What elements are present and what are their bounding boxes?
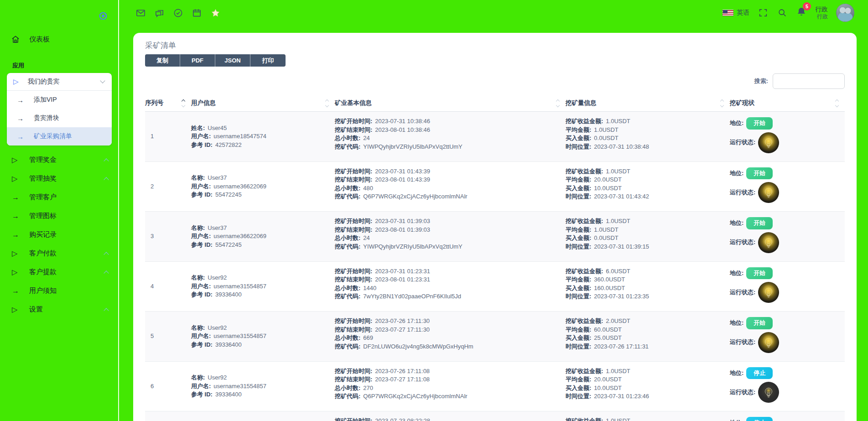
mining-status-cell: 地位:开始运行状态:	[730, 267, 845, 306]
check-circle-icon[interactable]	[172, 7, 183, 18]
star-icon[interactable]	[210, 7, 221, 18]
status-label: 地位:	[730, 119, 743, 128]
chevron-up-icon	[104, 158, 109, 163]
detail-line: 总小时数:480	[335, 184, 566, 193]
item-label: 客户提款	[29, 268, 57, 276]
avatar[interactable]	[836, 4, 854, 22]
username-value: username36622069	[213, 233, 266, 239]
time-position-value: 2023-07-26 17:11:31	[594, 343, 649, 350]
mining-code-value: YIWPQyhjbrVZRIyU5lbAPxVq2ttUmY	[363, 243, 462, 250]
status-label: 地位:	[730, 169, 743, 178]
end-time-value: 2023-07-27 17:11:30	[375, 326, 430, 333]
name-value: User92	[208, 374, 227, 381]
arrow-right-icon: →	[17, 114, 24, 122]
status-label: 地位:	[730, 269, 743, 278]
topbar-shortcut-icons	[135, 7, 221, 18]
calendar-icon[interactable]	[191, 7, 202, 18]
header-serial[interactable]: 序列号	[145, 99, 191, 107]
detail-line: 挖矿代码:Q6P7WRGKq2xCjACz6yHjbcomlmNAlr	[335, 392, 566, 401]
header-mining-amount-info[interactable]: 挖矿量信息	[566, 99, 730, 107]
ref-id-label: 参考 ID:	[191, 391, 213, 398]
name-label: 名称:	[191, 224, 205, 231]
status-badge[interactable]: 停止	[746, 367, 773, 379]
sidebar-group-customer-payments[interactable]: ▷ 客户付款	[0, 244, 118, 263]
user-info: 行政 行政	[815, 5, 828, 21]
detail-line: 总小时数:24	[335, 134, 566, 143]
print-button[interactable]: 打印	[250, 54, 286, 67]
status-badge[interactable]: 开始	[746, 267, 773, 280]
mining-amount-info-cell: 挖矿收益金额:2.0USDT平均金额:60.0USDT买入金额:25.0USDT…	[566, 317, 730, 356]
status-label: 地位:	[730, 219, 743, 228]
detail-line: 挖矿开始时间:2023-07-31 01:23:31	[335, 267, 566, 276]
mining-code-label: 挖矿代码:	[335, 243, 360, 250]
sidebar-group-manage-lottery[interactable]: ▷ 管理抽奖	[0, 169, 118, 188]
ref-id-label: 参考 ID:	[191, 141, 213, 148]
table-row: 4名称:User92用户名:username31554857参考 ID:3933…	[145, 262, 845, 312]
item-label: 贵宾滑块	[34, 114, 59, 122]
json-button[interactable]: JSON	[215, 54, 250, 67]
running-status-label: 运行状态:	[730, 138, 755, 147]
mining-basic-info-cell: 挖矿开始时间:2023-07-26 17:11:08挖矿结束时间:2023-07…	[335, 367, 566, 406]
mining-code-label: 挖矿代码:	[335, 293, 360, 300]
name-label: 名称:	[191, 324, 205, 331]
detail-line: 挖矿收益金额:1.0USDT	[566, 117, 730, 126]
arrow-right-icon: →	[12, 287, 20, 295]
sidebar-item-manage-icons[interactable]: → 管理图标	[0, 207, 118, 225]
item-label: 管理奖金	[29, 156, 57, 164]
sort-icons	[326, 100, 328, 107]
time-position-label: 时间位置:	[566, 143, 591, 150]
notifications-button[interactable]: 5	[796, 6, 807, 19]
sidebar-group-our-vip[interactable]: ▷ 我们的贵宾	[7, 73, 112, 91]
sidebar-item-vip-slider[interactable]: → 贵宾滑块	[7, 109, 112, 127]
start-time-label: 挖矿开始时间:	[335, 317, 372, 324]
time-position-label: 时间位置:	[566, 343, 591, 350]
sidebar-item-dashboard[interactable]: 仪表板	[11, 35, 50, 44]
play-outline-icon: ▷	[12, 156, 20, 164]
status-badge[interactable]: 开始	[746, 117, 773, 130]
sidebar-item-add-vip[interactable]: → 添加VIP	[7, 91, 112, 109]
copy-button[interactable]: 复制	[145, 54, 180, 67]
detail-line: 挖矿代码:Q6P7WRGKq2xCjACz6yHjbcomlmNAlr	[335, 192, 566, 201]
detail-line: 挖矿收益金额:6.0USDT	[566, 267, 730, 276]
average-value: 1.0USDT	[594, 126, 618, 133]
sidebar-item-user-notice[interactable]: → 用户须知	[0, 281, 118, 300]
pdf-button[interactable]: PDF	[180, 54, 215, 67]
search-label: 搜索:	[754, 77, 768, 85]
sidebar-item-manage-customers[interactable]: → 管理客户	[0, 188, 118, 207]
status-badge[interactable]: 开始	[746, 317, 773, 329]
sidebar-group-settings[interactable]: ▷ 设置	[0, 300, 118, 319]
mining-basic-info-cell: 挖矿开始时间:2023-07-31 01:43:39挖矿结束时间:2023-08…	[335, 167, 566, 206]
status-badge[interactable]: 开始	[746, 167, 773, 180]
sidebar-group-customer-withdrawals[interactable]: ▷ 客户提款	[0, 263, 118, 281]
detail-line: 用户名:username36622069	[191, 232, 335, 241]
end-time-value: 2023-08-01 01:43:39	[375, 176, 430, 183]
fullscreen-icon[interactable]	[758, 7, 769, 18]
sidebar-group-manage-bonus[interactable]: ▷ 管理奖金	[0, 151, 118, 169]
detail-line: 平均金额:20.0USDT	[566, 375, 730, 384]
header-user-info[interactable]: 用户信息	[191, 99, 335, 107]
sidebar-item-purchase-records[interactable]: → 购买记录	[0, 225, 118, 244]
income-value: 6.0USDT	[606, 268, 630, 275]
status-badge[interactable]: 停止	[746, 417, 773, 421]
status-badge[interactable]: 开始	[746, 217, 773, 229]
header-mining-basic-info[interactable]: 矿业基本信息	[335, 99, 566, 107]
username-value: username31554857	[213, 333, 266, 339]
mining-amount-info-cell: 挖矿收益金额:1.0USDT平均金额:1.0USDT买入金额:0.0USDT时间…	[566, 217, 730, 256]
detail-line: 平均金额:1.0USDT	[566, 126, 730, 135]
detail-line: 时间位置:2023-07-31 01:23:46	[566, 392, 730, 401]
mail-icon[interactable]	[135, 7, 146, 18]
start-time-label: 挖矿开始时间:	[335, 368, 372, 374]
header-mining-status[interactable]: 挖矿现状	[730, 99, 845, 107]
search-icon[interactable]	[777, 7, 788, 18]
chat-icon[interactable]	[154, 7, 165, 18]
ref-id-label: 参考 ID:	[191, 191, 213, 198]
sidebar-item-mining-purchase-list[interactable]: → 矿业采购清单	[7, 127, 112, 146]
language-selector[interactable]: 英语	[722, 9, 749, 17]
table-body: 1姓名:User45用户名:username18547574参考 ID:4257…	[145, 112, 845, 421]
search-input[interactable]	[773, 73, 845, 89]
income-value: 1.0USDT	[606, 168, 630, 175]
sidebar-toggle-icon[interactable]	[98, 11, 108, 21]
detail-line: 挖矿收益金额:1.0USDT	[566, 417, 730, 421]
play-outline-icon: ▷	[12, 249, 20, 258]
detail-line: 用户名:username31554857	[191, 282, 335, 291]
